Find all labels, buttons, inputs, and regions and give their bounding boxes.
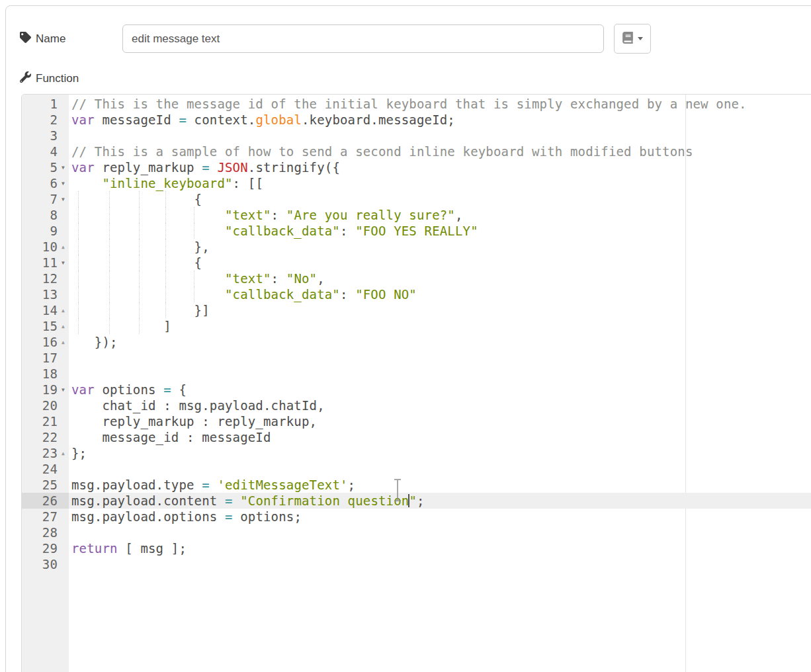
- fold-open-icon[interactable]: ▾: [58, 382, 69, 398]
- editor-code[interactable]: // This is the message id of the initial…: [69, 95, 811, 672]
- code-line[interactable]: // This is the message id of the initial…: [69, 96, 811, 112]
- code-token: [210, 478, 218, 492]
- gutter-line[interactable]: 15▴: [22, 318, 69, 334]
- name-input[interactable]: [122, 24, 604, 53]
- gutter-line[interactable]: 5▾: [22, 159, 69, 175]
- gutter-line[interactable]: 30: [22, 556, 69, 572]
- gutter-line[interactable]: 27: [22, 509, 69, 525]
- gutter-line[interactable]: 7▾: [22, 191, 69, 207]
- code-line[interactable]: return [ msg ];: [69, 540, 811, 556]
- code-token: options: [95, 382, 163, 397]
- fold-close-icon[interactable]: ▴: [58, 334, 69, 350]
- code-line[interactable]: "text": "No",: [69, 271, 811, 286]
- fold-spacer: [58, 413, 69, 429]
- code-line[interactable]: var reply_markup = JSON.stringify({: [69, 159, 811, 175]
- code-line[interactable]: }]: [69, 302, 811, 318]
- gutter-line[interactable]: 22: [22, 429, 69, 445]
- code-line[interactable]: [69, 128, 811, 144]
- code-editor[interactable]: 12345▾6▾7▾8910▴11▾121314▴15▴16▴171819▾20…: [21, 94, 811, 672]
- gutter-line[interactable]: 28: [22, 525, 69, 540]
- gutter-line[interactable]: 24: [22, 461, 69, 477]
- fold-close-icon[interactable]: ▴: [58, 302, 69, 318]
- gutter-line[interactable]: 13: [22, 286, 69, 302]
- code-line[interactable]: msg.payload.options = options;: [69, 509, 811, 525]
- code-line[interactable]: {: [69, 191, 811, 207]
- code-token: :: [271, 271, 286, 286]
- code-line[interactable]: "inline_keyboard": [[: [69, 175, 811, 191]
- indent-guide: [109, 255, 110, 271]
- code-token: [233, 493, 241, 508]
- gutter-line[interactable]: 14▴: [22, 302, 69, 318]
- code-token: [71, 224, 225, 238]
- code-token: JSON: [217, 160, 247, 175]
- code-token: [210, 160, 218, 175]
- code-line[interactable]: "text": "Are you really sure?",: [69, 207, 811, 223]
- code-token: [71, 208, 225, 222]
- gutter-line[interactable]: 8: [22, 207, 69, 223]
- fold-close-icon[interactable]: ▴: [58, 445, 69, 461]
- gutter-line[interactable]: 25: [22, 477, 69, 493]
- code-line[interactable]: [69, 366, 811, 382]
- code-line[interactable]: {: [69, 255, 811, 271]
- code-line[interactable]: },: [69, 239, 811, 255]
- code-line[interactable]: ]: [69, 318, 811, 334]
- library-button[interactable]: [614, 24, 651, 54]
- code-line[interactable]: [69, 461, 811, 477]
- gutter-line[interactable]: 23▴: [22, 445, 69, 461]
- gutter-line[interactable]: 6▾: [22, 175, 69, 191]
- indent-guide: [165, 255, 166, 271]
- code-line[interactable]: [69, 525, 811, 540]
- indent-guide: [109, 223, 110, 239]
- code-token: "FOO YES REALLY": [355, 224, 478, 238]
- line-number: 25: [22, 477, 58, 493]
- line-number: 20: [22, 398, 58, 413]
- fold-close-icon[interactable]: ▴: [58, 239, 69, 255]
- fold-spacer: [58, 128, 69, 144]
- code-line[interactable]: // This is a sample of how to send a sec…: [69, 144, 811, 159]
- code-token: msg.payload.options: [71, 509, 225, 524]
- tag-icon: [20, 32, 31, 46]
- code-line[interactable]: var options = {: [69, 382, 811, 398]
- gutter-line[interactable]: 20: [22, 398, 69, 413]
- line-number: 5: [22, 159, 58, 175]
- fold-open-icon[interactable]: ▾: [58, 255, 69, 271]
- editor-gutter[interactable]: 12345▾6▾7▾8910▴11▾121314▴15▴16▴171819▾20…: [22, 95, 69, 672]
- gutter-line[interactable]: 11▾: [22, 255, 69, 271]
- caret-down-icon: [638, 37, 643, 40]
- gutter-line[interactable]: 1: [22, 96, 69, 112]
- code-line[interactable]: "callback_data": "FOO NO": [69, 286, 811, 302]
- fold-open-icon[interactable]: ▾: [58, 159, 69, 175]
- fold-open-icon[interactable]: ▾: [58, 191, 69, 207]
- code-line[interactable]: reply_markup : reply_markup,: [69, 413, 811, 429]
- code-line[interactable]: [69, 556, 811, 572]
- code-line[interactable]: "callback_data": "FOO YES REALLY": [69, 223, 811, 239]
- code-line[interactable]: var messageId = context.global.keyboard.…: [69, 112, 811, 128]
- code-line[interactable]: msg.payload.type = 'editMessageText';: [69, 477, 811, 493]
- gutter-line[interactable]: 29: [22, 540, 69, 556]
- code-line[interactable]: [69, 350, 811, 366]
- code-token: reply_markup : reply_markup,: [71, 414, 317, 429]
- gutter-line[interactable]: 9: [22, 223, 69, 239]
- code-line[interactable]: });: [69, 334, 811, 350]
- indent-guide: [78, 255, 79, 271]
- fold-spacer: [58, 398, 69, 413]
- fold-open-icon[interactable]: ▾: [58, 175, 69, 191]
- fold-close-icon[interactable]: ▴: [58, 318, 69, 334]
- gutter-line[interactable]: 21: [22, 413, 69, 429]
- gutter-line[interactable]: 3: [22, 128, 69, 144]
- gutter-line[interactable]: 16▴: [22, 334, 69, 350]
- gutter-line[interactable]: 2: [22, 112, 69, 128]
- gutter-line[interactable]: 10▴: [22, 239, 69, 255]
- gutter-line[interactable]: 4: [22, 144, 69, 159]
- gutter-line[interactable]: 18: [22, 366, 69, 382]
- code-token: :: [271, 208, 286, 222]
- code-line[interactable]: message_id : messageId: [69, 429, 811, 445]
- gutter-line[interactable]: 17: [22, 350, 69, 366]
- code-line[interactable]: msg.payload.content = "Confirmation ques…: [69, 493, 811, 509]
- function-label: Function: [36, 72, 79, 85]
- gutter-line[interactable]: 19▾: [22, 382, 69, 398]
- code-line[interactable]: };: [69, 445, 811, 461]
- gutter-line[interactable]: 26: [22, 493, 69, 509]
- gutter-line[interactable]: 12: [22, 271, 69, 286]
- code-line[interactable]: chat_id : msg.payload.chatId,: [69, 398, 811, 413]
